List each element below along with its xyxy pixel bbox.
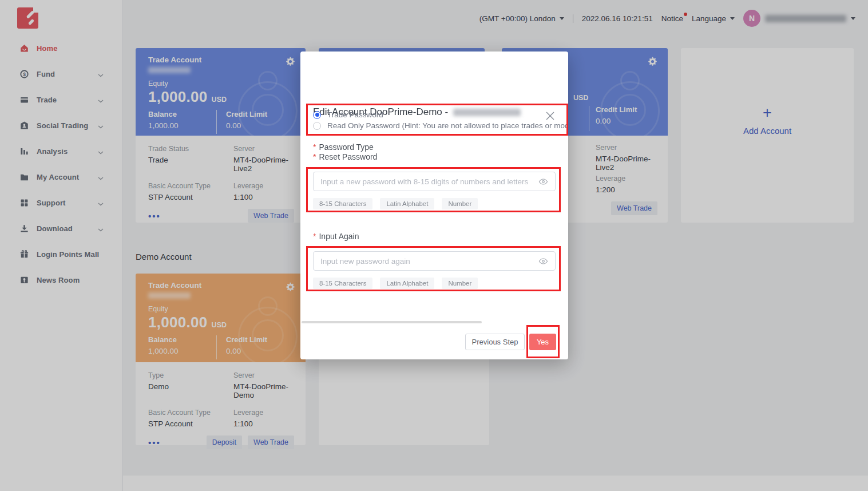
radio-selected-icon[interactable] — [313, 111, 321, 119]
password-type-radio-group: Trade Password Read Only Password (Hint:… — [313, 109, 567, 131]
horizontal-scrollbar-thumb[interactable] — [302, 321, 482, 323]
radio-read-only-password[interactable]: Read Only Password (Hint: You are not al… — [313, 120, 567, 131]
radio-unselected-icon[interactable] — [313, 122, 321, 130]
edit-account-modal: Edit Account DooPrime-Demo - * Password … — [300, 52, 568, 359]
yes-button[interactable]: Yes — [529, 334, 556, 350]
password-rules: 8-15 Characters Latin Alphabet Number — [313, 198, 478, 209]
reset-password-label: * Reset Password — [313, 152, 377, 161]
eye-icon[interactable] — [538, 177, 548, 187]
password-rules: 8-15 Characters Latin Alphabet Number — [313, 278, 478, 289]
reset-password-field — [313, 172, 556, 191]
input-again-label: * Input Again — [313, 232, 359, 241]
previous-step-button[interactable]: Previous Step — [465, 334, 525, 350]
app-window: Home $ Fund Trade Social Trading Analysi… — [0, 0, 868, 491]
reset-password-input[interactable] — [320, 177, 534, 186]
rule-tag: Number — [442, 278, 478, 289]
password-type-label: * Password Type — [313, 142, 374, 152]
input-again-field — [313, 251, 556, 271]
rule-tag: Latin Alphabet — [380, 278, 434, 289]
input-again-input[interactable] — [320, 257, 534, 266]
rule-tag: Number — [442, 198, 478, 209]
rule-tag: Latin Alphabet — [380, 198, 434, 209]
rule-tag: 8-15 Characters — [313, 198, 372, 209]
radio-trade-password[interactable]: Trade Password — [313, 109, 567, 120]
rule-tag: 8-15 Characters — [313, 278, 372, 289]
eye-icon[interactable] — [538, 256, 548, 266]
